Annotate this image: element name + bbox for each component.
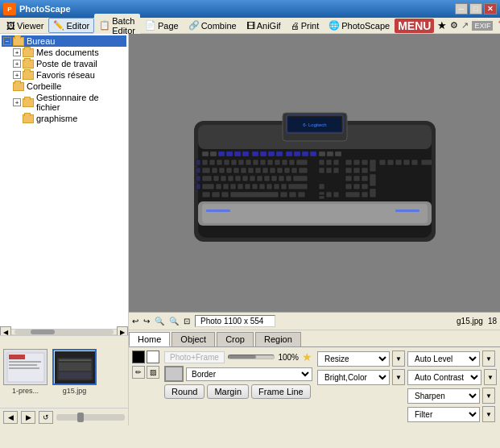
resize-arrow[interactable]: ▼	[392, 351, 405, 367]
thumb-label-1pres: 1-pres...	[12, 387, 39, 395]
bright-color-arrow[interactable]: ▼	[392, 369, 405, 385]
svg-rect-20	[226, 151, 233, 156]
sharpen-arrow[interactable]: ▼	[482, 388, 495, 404]
main-container: − Bureau + Mes documents + Poste de trav…	[0, 34, 500, 425]
resize-dropdown[interactable]: Resize	[317, 351, 390, 367]
redo-icon[interactable]: ↪	[143, 317, 150, 326]
svg-rect-108	[370, 160, 376, 172]
thumbnail-area: 1-pres... g15.jpg	[0, 335, 128, 408]
border-dropdown[interactable]: Border	[186, 367, 312, 381]
settings-icon[interactable]: ⚙	[450, 20, 458, 31]
tree-label-graphisme: graphisme	[36, 114, 77, 123]
auto-level-dropdown[interactable]: Auto Level	[407, 351, 480, 367]
svg-rect-97	[230, 192, 279, 197]
svg-rect-32	[327, 151, 333, 156]
menu-editor[interactable]: ✏️ Editor	[48, 18, 94, 33]
star-icon[interactable]: ★	[437, 19, 447, 31]
menu-photoscape[interactable]: 🌐 PhotoScape	[324, 18, 395, 33]
folder-icon-poste	[23, 60, 34, 68]
zoom-slider[interactable]	[56, 414, 125, 421]
bright-color-dropdown[interactable]: Bright,Color	[317, 370, 390, 385]
background-color[interactable]	[147, 351, 159, 363]
auto-level-arrow[interactable]: ▼	[482, 351, 495, 367]
tree-item-poste-travail[interactable]: + Poste de travail	[11, 58, 126, 69]
tree-item-gestionnaire[interactable]: + Gestionnaire de fichier	[11, 92, 126, 113]
maximize-button[interactable]: □	[469, 3, 482, 15]
folder-icon-graphisme	[23, 114, 34, 123]
svg-rect-62	[284, 168, 290, 173]
menu-viewer[interactable]: 🖼 Viewer	[2, 19, 48, 33]
sharpen-dropdown[interactable]: Sharpen	[407, 388, 480, 404]
foreground-color[interactable]	[132, 351, 145, 363]
fit-icon[interactable]: ⊡	[184, 317, 190, 326]
zoom-out-icon[interactable]: 🔍	[155, 317, 164, 326]
thumb-item-g15[interactable]: g15.jpg	[52, 349, 97, 395]
svg-rect-23	[252, 151, 258, 156]
exif-button[interactable]: EXIF	[472, 21, 493, 31]
pen-tool-icon[interactable]: ✏	[132, 366, 145, 379]
fill-tool-icon[interactable]: ▨	[147, 366, 159, 379]
frame-line-button[interactable]: Frame Line	[251, 384, 311, 399]
round-button[interactable]: Round	[164, 384, 205, 399]
ctrl-row-3: ▼ Sharpen ▼	[317, 388, 497, 404]
svg-rect-22	[242, 151, 249, 156]
minimize-button[interactable]: ─	[455, 3, 468, 15]
svg-rect-124	[206, 209, 230, 212]
right-area: 6· Logitech	[129, 34, 500, 425]
svg-rect-123	[202, 204, 428, 223]
svg-rect-119	[345, 192, 360, 197]
app-icon: P	[3, 2, 16, 15]
svg-rect-107	[362, 160, 368, 165]
help-icon[interactable]: ❓	[496, 20, 500, 31]
photo-frame-slider[interactable]	[228, 355, 275, 359]
auto-contrast-dropdown[interactable]: Auto Contrast	[407, 370, 481, 385]
menu-print[interactable]: 🖨 Print	[286, 19, 324, 33]
thumb-item-1pres[interactable]: 1-pres...	[3, 349, 48, 395]
tab-object[interactable]: Object	[171, 332, 215, 346]
tree-item-favoris[interactable]: + Favoris réseau	[11, 69, 126, 81]
svg-rect-65	[319, 168, 324, 173]
tab-crop[interactable]: Crop	[217, 332, 254, 346]
svg-rect-29	[302, 151, 308, 156]
filter-arrow[interactable]: ▼	[482, 406, 495, 422]
folder-icon-favoris	[23, 71, 34, 80]
svg-rect-1	[9, 355, 25, 359]
print-label: Print	[301, 21, 320, 31]
nav-refresh-button[interactable]: ↺	[39, 411, 53, 424]
tab-home[interactable]: Home	[129, 332, 170, 346]
thumb-scrollbar[interactable]: ◀ ▶	[0, 329, 128, 335]
menu-button[interactable]: MENU	[395, 19, 434, 33]
svg-rect-131	[387, 160, 394, 165]
svg-rect-111	[362, 168, 368, 173]
margin-button[interactable]: Margin	[207, 384, 249, 399]
zoom-in-icon[interactable]: 🔍	[169, 317, 179, 326]
menu-anigif[interactable]: 🎞 AniGif	[242, 19, 286, 33]
tree-root-bureau[interactable]: − Bureau	[2, 35, 126, 47]
svg-rect-38	[231, 160, 237, 165]
tree-item-mes-documents[interactable]: + Mes documents	[11, 47, 126, 58]
tab-region[interactable]: Region	[255, 332, 301, 346]
menu-combine[interactable]: 🔗 Combine	[184, 18, 242, 33]
editor-icon: ✏️	[53, 20, 64, 31]
svg-rect-93	[319, 184, 324, 189]
expand-icon: −	[3, 37, 11, 45]
tree-item-graphisme[interactable]: graphisme	[21, 113, 126, 124]
filter-dropdown[interactable]: Filter	[407, 407, 480, 422]
nav-forward-button[interactable]: ▶	[21, 411, 35, 424]
tree-item-corbeille[interactable]: Corbeille	[11, 81, 126, 92]
svg-rect-26	[276, 151, 283, 156]
menu-page[interactable]: 📄 Page	[140, 18, 184, 33]
favorite-star-icon[interactable]: ★	[302, 351, 312, 363]
svg-rect-45	[282, 160, 287, 165]
svg-rect-134	[411, 160, 418, 165]
svg-rect-9	[59, 372, 91, 379]
close-button[interactable]: ✕	[484, 3, 497, 15]
svg-rect-55	[233, 168, 239, 173]
nav-back-button[interactable]: ◀	[3, 411, 18, 424]
share-icon[interactable]: ↗	[461, 20, 469, 31]
svg-rect-103	[326, 192, 332, 197]
photo-info: Photo 1100 x 554	[195, 315, 275, 327]
svg-rect-76	[264, 176, 270, 181]
undo-icon[interactable]: ↩	[132, 317, 138, 326]
auto-contrast-arrow[interactable]: ▼	[484, 369, 497, 385]
